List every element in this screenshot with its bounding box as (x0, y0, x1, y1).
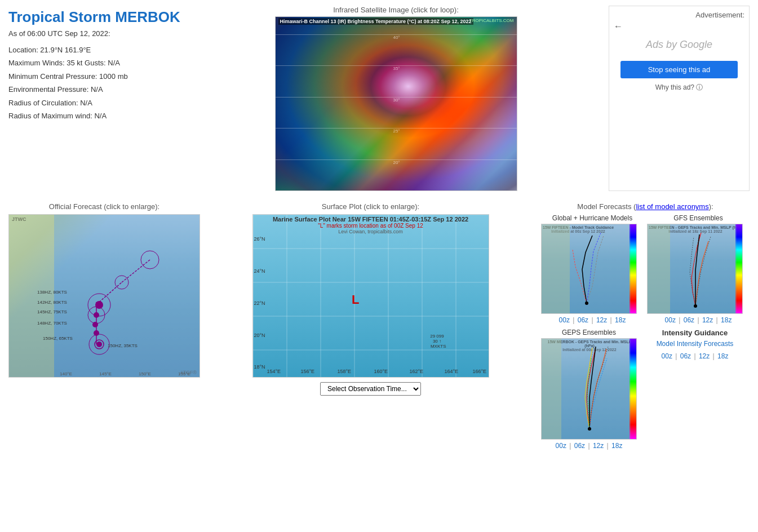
intensity-guidance-title: Intensity Guidance (640, 329, 750, 337)
model-bottom-row: GEPS Ensembles 15W MERBOK - GEPS Tracks … (541, 329, 750, 450)
global-tracks-svg (542, 224, 631, 314)
forecast-tracks-svg: 150HZ, 35KTS 150HZ, 65KTS 148HZ, 70KTS 1… (9, 215, 200, 378)
svg-point-31 (694, 304, 697, 308)
svg-text:138HZ, 80KTS: 138HZ, 80KTS (37, 290, 67, 295)
surface-label: Surface Plot (click to enlarge): (206, 202, 535, 211)
global-18z-link[interactable]: 18z (615, 316, 626, 324)
intensity-00z-link[interactable]: 00z (662, 352, 672, 360)
storm-min-pressure: Minimum Central Pressure: 1000 mb (8, 70, 183, 83)
svg-rect-27 (542, 224, 570, 314)
svg-rect-0 (9, 215, 54, 378)
svg-rect-30 (648, 224, 670, 314)
geps-00z-link[interactable]: 00z (556, 442, 566, 450)
storm-info-panel: Tropical Storm MERBOK As of 06:00 UTC Se… (8, 6, 183, 191)
svg-text:150HZ, 65KTS: 150HZ, 65KTS (43, 336, 73, 341)
intensity-forecasts-link[interactable]: Model Intensity Forecasts (657, 340, 734, 348)
storm-title: Tropical Storm MERBOK (8, 8, 183, 26)
surface-credit: Levi Cowan, tropicalbits.com (253, 229, 489, 234)
global-model-image[interactable]: 15W FIFTEEN - Model Track Guidance Initi… (541, 224, 637, 314)
surface-map[interactable]: Marine Surface Plot Near 15W FIFTEEN 01:… (252, 214, 489, 378)
gfs-12z-link[interactable]: 12z (702, 316, 713, 324)
advertisement-panel: Advertisement: ← Ads by Google Stop seei… (609, 6, 750, 191)
satellite-panel: Infrared Satellite Image (click for loop… (189, 6, 603, 191)
svg-text:145HZ, 75KTS: 145HZ, 75KTS (37, 309, 67, 314)
svg-text:140°E: 140°E (60, 371, 72, 376)
gfs-model-image[interactable]: 15W FIFTEEN - GEFS Tracks and Min. MSLP … (647, 224, 743, 314)
svg-text:142HZ, 80KTS: 142HZ, 80KTS (37, 300, 67, 305)
forecast-label: Official Forecast (click to enlarge): (8, 202, 200, 211)
surface-title: Marine Surface Plot Near 15W FIFTEEN 01:… (253, 216, 489, 223)
svg-point-4 (96, 342, 102, 347)
geps-ensemble-item: GEPS Ensembles 15W MERBOK - GEPS Tracks … (541, 329, 637, 450)
svg-text:148HZ, 70KTS: 148HZ, 70KTS (37, 321, 67, 326)
global-model-title: Global + Hurricane Models (541, 214, 644, 222)
geps-12z-link[interactable]: 12z (593, 442, 604, 450)
ad-label: Advertisement: (614, 11, 744, 19)
satellite-watermark: TROPICALBITS.COM (469, 18, 514, 23)
intensity-time-links: 00z | 06z | 12z | 18z (640, 352, 750, 360)
svg-rect-1 (54, 215, 200, 378)
ads-by-google: Ads by Google (614, 34, 744, 55)
global-00z-link[interactable]: 00z (559, 316, 570, 324)
svg-text:150°E: 150°E (139, 371, 151, 376)
svg-point-28 (585, 302, 588, 305)
why-ad-link[interactable]: Why this ad? ⓘ (614, 83, 744, 92)
gfs-06z-link[interactable]: 06z (684, 316, 694, 324)
geps-06z-link[interactable]: 06z (574, 442, 585, 450)
satellite-caption: Himawari-B Channel 13 (IR) Brightness Te… (278, 18, 473, 25)
observation-select[interactable]: Select Observation Time... (320, 382, 421, 396)
intensity-12z-link[interactable]: 12z (699, 352, 710, 360)
surface-grid (253, 215, 489, 377)
surface-panel: Surface Plot (click to enlarge): Marine … (206, 202, 535, 450)
geps-tracks-svg (542, 339, 631, 440)
satellite-image[interactable]: Himawari-B Channel 13 (IR) Brightness Te… (275, 16, 517, 191)
geps-model-title: GEPS Ensembles (541, 329, 637, 336)
intensity-06z-link[interactable]: 06z (680, 352, 691, 360)
global-06z-link[interactable]: 06z (578, 316, 588, 324)
svg-text:155°E: 155°E (178, 371, 190, 376)
forecast-map[interactable]: JTWC ATCF® (8, 214, 200, 378)
gfs-tracks-svg (648, 224, 737, 314)
global-hurricane-model-item: Global + Hurricane Models 15W FIFTEEN - … (541, 214, 644, 324)
gfs-18z-link[interactable]: 18z (721, 316, 732, 324)
forecast-panel: Official Forecast (click to enlarge): JT… (8, 202, 200, 450)
storm-radius-circ: Radius of Circulation: N/A (8, 96, 183, 109)
model-top-grid: Global + Hurricane Models 15W FIFTEEN - … (541, 214, 750, 324)
surface-subtitle: "L" marks storm location as of 00Z Sep 1… (253, 223, 489, 229)
svg-text:145°E: 145°E (99, 371, 112, 376)
gfs-00z-link[interactable]: 00z (665, 316, 676, 324)
model-acronyms-link[interactable]: list of model acronyms (636, 202, 708, 211)
gfs-model-links: 00z | 06z | 12z | 18z (647, 316, 750, 324)
ad-back-arrow[interactable]: ← (614, 21, 744, 32)
model-panel: Model Forecasts (list of model acronyms)… (541, 202, 750, 450)
satellite-label: Infrared Satellite Image (click for loop… (189, 6, 603, 14)
svg-point-34 (588, 427, 591, 431)
model-section-label: Model Forecasts (list of model acronyms)… (541, 202, 750, 211)
storm-env-pressure: Environmental Pressure: N/A (8, 83, 183, 96)
surface-L-marker: L (352, 292, 359, 307)
gfs-ensemble-item: GFS Ensembles 15W FIFTEEN - GEFS Tracks … (647, 214, 750, 324)
geps-model-image[interactable]: 15W MERBOK - GEPS Tracks and Min. MSLP (… (541, 338, 637, 440)
global-12z-link[interactable]: 12z (596, 316, 607, 324)
intensity-guidance-panel: Intensity Guidance Model Intensity Forec… (640, 329, 750, 450)
gfs-model-title: GFS Ensembles (647, 214, 750, 222)
global-model-links: 00z | 06z | 12z | 18z (541, 316, 644, 324)
storm-stats: Location: 21.9°N 161.9°E Maximum Winds: … (8, 43, 183, 122)
storm-radius-max-wind: Radius of Maximum wind: N/A (8, 109, 183, 122)
observation-time-selector[interactable]: Select Observation Time... (206, 382, 535, 396)
storm-location: Location: 21.9°N 161.9°E (8, 43, 183, 56)
svg-text:150HZ, 35KTS: 150HZ, 35KTS (108, 343, 138, 348)
svg-rect-33 (542, 339, 561, 440)
geps-model-links: 00z | 06z | 12z | 18z (541, 442, 637, 450)
storm-max-winds: Maximum Winds: 35 kt Gusts: N/A (8, 56, 183, 69)
intensity-18z-link[interactable]: 18z (717, 352, 728, 360)
storm-date: As of 06:00 UTC Sep 12, 2022: (8, 29, 183, 38)
geps-18z-link[interactable]: 18z (611, 442, 622, 450)
stop-ad-button[interactable]: Stop seeing this ad (620, 61, 738, 78)
